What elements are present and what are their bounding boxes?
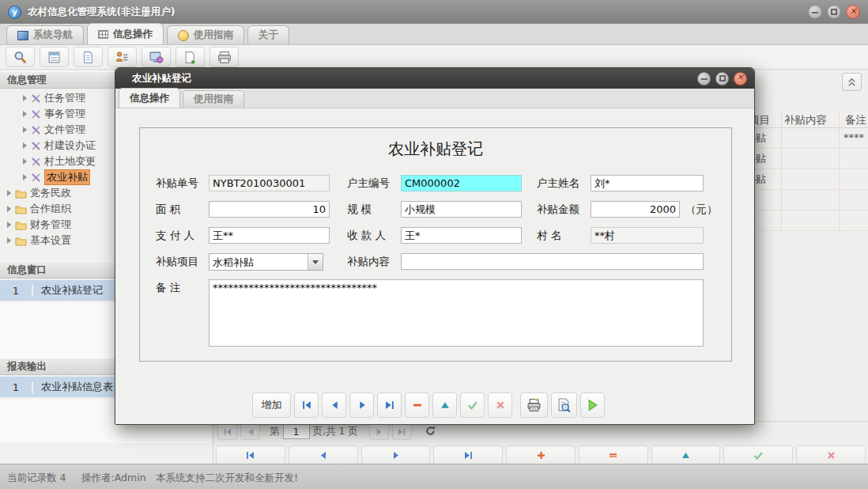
- add-record-button[interactable]: [506, 445, 576, 464]
- first-page-button[interactable]: [217, 424, 237, 440]
- document-button[interactable]: [74, 47, 103, 67]
- monitor-button[interactable]: [142, 47, 171, 67]
- run-report-button[interactable]: [580, 392, 605, 418]
- expand-arrow-icon[interactable]: [23, 158, 27, 165]
- x-icon: [495, 400, 506, 411]
- payer-field[interactable]: [209, 227, 330, 244]
- double-chevron-up-icon: [846, 76, 858, 88]
- search-button[interactable]: [6, 47, 35, 67]
- form-icon: [47, 51, 61, 64]
- subsidy-no-field[interactable]: [209, 175, 330, 191]
- dropdown-button[interactable]: [308, 254, 323, 270]
- printer-icon: [526, 398, 542, 412]
- delete-record-button[interactable]: [579, 445, 648, 464]
- next-record-button[interactable]: [361, 445, 431, 464]
- cancel-button[interactable]: [488, 392, 512, 418]
- page-number-input[interactable]: [283, 424, 310, 439]
- tab-system-nav[interactable]: 系统导航: [6, 25, 84, 44]
- expand-arrow-icon[interactable]: [23, 142, 27, 149]
- area-field[interactable]: [209, 201, 330, 218]
- dialog-tab-info-ops[interactable]: 信息操作: [119, 88, 180, 108]
- tree-item-label: 合作组织: [30, 202, 71, 216]
- payee-field[interactable]: [401, 227, 522, 244]
- village-label: 村 名: [537, 227, 561, 244]
- tree-item-label: 村土地变更: [44, 154, 96, 169]
- expand-arrow-icon[interactable]: [23, 174, 27, 180]
- user-settings-button[interactable]: [108, 47, 137, 67]
- add-button[interactable]: 增加: [252, 392, 291, 418]
- expand-arrow-icon[interactable]: [23, 95, 27, 101]
- last-record-button[interactable]: [377, 392, 402, 418]
- prev-record-button[interactable]: [322, 392, 346, 418]
- table-row[interactable]: 补贴 ****: [744, 128, 868, 149]
- dialog-title-bar[interactable]: 农业补贴登记 ✕: [115, 68, 754, 89]
- tab-user-guide[interactable]: 使用指南: [167, 25, 244, 44]
- delete-record-button[interactable]: [405, 392, 429, 418]
- tab-about[interactable]: 关于: [247, 25, 289, 44]
- edit-record-button[interactable]: [432, 392, 457, 418]
- form-view-button[interactable]: [40, 47, 69, 67]
- expand-arrow-icon[interactable]: [23, 127, 27, 133]
- close-button[interactable]: ✕: [846, 5, 860, 19]
- expand-arrow-icon[interactable]: [7, 206, 11, 212]
- table-row[interactable]: [744, 210, 868, 231]
- prev-record-button[interactable]: [289, 445, 358, 464]
- monitor-globe-icon: [149, 51, 164, 64]
- tab-info-ops[interactable]: 信息操作: [87, 23, 164, 44]
- print-preview-button[interactable]: [551, 392, 577, 418]
- village-field[interactable]: [591, 227, 704, 244]
- refresh-icon: [425, 425, 436, 437]
- last-page-button[interactable]: [392, 424, 412, 440]
- dialog-tab-user-guide[interactable]: 使用指南: [183, 90, 244, 108]
- dialog-minimize-button[interactable]: [697, 72, 711, 85]
- column-header-content[interactable]: 补贴内容: [784, 113, 827, 127]
- print-button[interactable]: [520, 392, 548, 418]
- next-page-button[interactable]: [369, 424, 389, 440]
- prev-page-button[interactable]: [240, 424, 260, 440]
- household-no-field[interactable]: [401, 175, 522, 191]
- tree-item-label: 文件管理: [44, 123, 85, 137]
- maximize-button[interactable]: [827, 5, 841, 19]
- first-record-button[interactable]: [216, 445, 285, 464]
- minimize-button[interactable]: [808, 5, 822, 19]
- prev-page-icon: [246, 427, 255, 437]
- tools-icon: [31, 157, 41, 167]
- project-select[interactable]: 水稻补贴: [209, 253, 323, 271]
- table-row[interactable]: 补贴: [744, 149, 868, 169]
- cancel-button[interactable]: [796, 445, 866, 464]
- next-record-button[interactable]: [349, 392, 374, 418]
- expand-arrow-icon[interactable]: [7, 222, 11, 228]
- remark-label: 备 注: [156, 279, 180, 296]
- first-record-button[interactable]: [294, 392, 319, 418]
- column-header-remark[interactable]: 备注: [845, 113, 866, 127]
- edit-record-button[interactable]: [651, 445, 721, 464]
- remark-field[interactable]: ********************************: [209, 279, 704, 347]
- doc-add-button[interactable]: [175, 47, 205, 67]
- last-record-button[interactable]: [433, 445, 503, 464]
- refresh-button[interactable]: [425, 425, 436, 439]
- amount-unit-label: （元）: [685, 201, 718, 218]
- scale-field[interactable]: [401, 201, 522, 218]
- dialog-close-button[interactable]: ✕: [734, 72, 747, 85]
- chevron-down-icon: [312, 260, 319, 264]
- expand-arrow-icon[interactable]: [7, 190, 11, 196]
- expand-arrow-icon[interactable]: [7, 237, 11, 244]
- print-button[interactable]: [209, 47, 239, 67]
- row-number: 1: [0, 381, 33, 393]
- app-logo-icon: y: [8, 6, 21, 19]
- table-row[interactable]: [744, 190, 868, 210]
- expand-arrow-icon[interactable]: [23, 111, 27, 117]
- content-field[interactable]: [401, 253, 704, 270]
- check-icon: [466, 400, 478, 411]
- play-icon: [587, 399, 598, 411]
- household-name-field[interactable]: [591, 175, 704, 191]
- agri-subsidy-dialog: 农业补贴登记 ✕ 信息操作 使用指南 农业补贴登记 补贴单号 户主编号 户主姓名…: [115, 67, 755, 425]
- dialog-maximize-button[interactable]: [715, 72, 729, 85]
- amount-field[interactable]: [591, 201, 680, 218]
- table-header-row: 项目 补贴内容 备注: [744, 111, 868, 128]
- collapse-panel-button[interactable]: [842, 73, 862, 91]
- confirm-button[interactable]: [723, 445, 793, 464]
- tab-label: 使用指南: [194, 28, 233, 42]
- confirm-button[interactable]: [460, 392, 485, 418]
- table-row[interactable]: 补贴: [744, 169, 868, 190]
